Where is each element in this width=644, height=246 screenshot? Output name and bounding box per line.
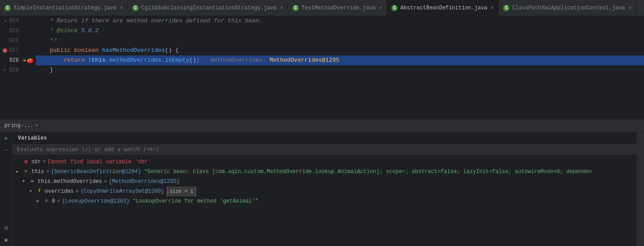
expand-arrow-overrides[interactable]: ▼	[30, 187, 36, 196]
line-gutter: ▶ 924 925 926 927 928 ▶ 929	[0, 16, 22, 119]
tab-icon-classpathxml: C	[503, 5, 509, 11]
copy-button[interactable]: ⧉	[2, 224, 11, 233]
size-badge-overrides: size = 1	[167, 187, 196, 196]
var-eq-overrides: =	[76, 187, 79, 196]
var-type-overrides: {CopyOnWriteArraySet@1300}	[80, 187, 164, 196]
tab-icon-simple: C	[4, 5, 11, 11]
code-line-924: * Return if there are method overrides d…	[36, 16, 644, 26]
var-eq-zero: =	[57, 196, 60, 206]
tab-close-simple[interactable]: ×	[120, 5, 123, 11]
tab-icon-abstractbean: C	[391, 5, 398, 11]
remove-watch-button[interactable]: −	[2, 146, 11, 155]
var-value-sbr: Cannot find local variable 'sbr'	[48, 157, 151, 167]
var-name-overrides: overrides	[45, 187, 74, 196]
var-name-zero: 0	[52, 196, 55, 206]
tab-label-classpathxml: ClassPathXmlApplicationContext.java	[512, 5, 625, 11]
tab-simple[interactable]: C SimpleInstantiationStrategy.java ×	[0, 0, 128, 16]
tab-cglib[interactable]: C CglibSubclassingInstantiationStrategy.…	[128, 0, 288, 16]
tab-bar: C SimpleInstantiationStrategy.java × C C…	[0, 0, 644, 16]
tab-abstractbean[interactable]: C AbstractBeanDefinition.java ×	[387, 0, 499, 16]
var-row-sbr[interactable]: ⊘ sbr = Cannot find local variable 'sbr'	[13, 157, 637, 167]
right-scrollbar[interactable]	[637, 132, 644, 246]
tab-close-abstractbean[interactable]: ×	[491, 5, 494, 11]
list-icon-this: ≡	[22, 169, 30, 175]
var-type-method-overrides: {MethodOverrides@1295}	[109, 177, 179, 187]
tab-label-abstractbean: AbstractBeanDefinition.java	[400, 5, 487, 11]
list-icon-zero: ≡	[43, 198, 50, 204]
var-value-zero: "LookupOverride for method 'getAnimal'"	[130, 196, 258, 206]
var-type-this: {GenericBeanDefinition@1294}	[51, 167, 141, 177]
tab-label-simple: SimpleInstantiationStrategy.java	[13, 5, 116, 11]
var-name-method-overrides: this.methodOverrides	[38, 177, 102, 187]
debug-tab-label: pring-...	[4, 123, 34, 129]
var-eq-this: =	[46, 167, 49, 177]
tab-icon-testmethod: C	[292, 5, 299, 11]
line-num-925: 925	[9, 26, 19, 36]
var-value-this: "Generic bean: class [com.aqin.custom.Me…	[141, 167, 592, 177]
debug-tab-close[interactable]: ×	[35, 123, 38, 128]
field-icon-overrides: f	[36, 188, 43, 195]
code-line-928: return !this.methodOverrides.isEmpty(); …	[36, 55, 644, 65]
line-num-926: 926	[9, 36, 19, 46]
left-toolbar: + − ⧉ ◉	[0, 132, 13, 246]
var-type-zero: {LookupOverride@1303}	[62, 196, 129, 206]
line-num-924: ▶ 924	[9, 16, 19, 26]
eye-button[interactable]: ◉	[2, 235, 11, 244]
expand-arrow-method-overrides[interactable]: ▼	[22, 177, 29, 187]
variables-header: Variables	[13, 132, 637, 144]
var-name-this: this	[31, 167, 44, 177]
debug-separator: pring-... ×	[0, 119, 644, 132]
line-num-927: 927	[9, 46, 19, 55]
evaluate-input[interactable]	[13, 144, 637, 155]
add-watch-button[interactable]: +	[2, 134, 11, 143]
debug-bottom: + − ⧉ ◉ Variables ⊘ sbr = Cannot find lo…	[0, 132, 644, 246]
error-icon-sbr: ⊘	[22, 159, 30, 165]
tab-close-classpathxml[interactable]: ×	[628, 5, 631, 11]
tab-label-cglib: CglibSubclassingInstantiationStrategy.ja…	[141, 5, 276, 11]
infinity-icon-method-overrides: ∞	[29, 178, 36, 185]
code-line-929: }	[36, 65, 644, 75]
var-row-this[interactable]: ▶ ≡ this = {GenericBeanDefinition@1294} …	[13, 167, 637, 177]
expand-arrow-this[interactable]: ▶	[16, 167, 22, 177]
tab-classpathxml[interactable]: C ClassPathXmlApplicationContext.java ×	[499, 0, 636, 16]
var-row-method-overrides[interactable]: ▼ ∞ this.methodOverrides = {MethodOverri…	[13, 177, 637, 187]
var-row-zero[interactable]: ▶ ≡ 0 = {LookupOverride@1303} "LookupOve…	[13, 196, 637, 206]
code-line-925: * @since 5.0.2	[36, 26, 644, 36]
markers-col: ➜ 🍅	[22, 16, 31, 119]
tab-close-testmethod[interactable]: ×	[379, 5, 382, 11]
var-eq-method-overrides: =	[104, 177, 107, 187]
copy-icon: ⧉	[4, 225, 8, 231]
code-line-926: */	[36, 36, 644, 46]
eye-icon: ◉	[4, 237, 8, 243]
tab-testmethod[interactable]: C TestMethodOverride.java ×	[288, 0, 387, 16]
tab-icon-cglib: C	[132, 5, 139, 11]
debug-session-tab[interactable]: pring-... ×	[4, 123, 38, 129]
minus-icon: −	[4, 147, 8, 154]
line-num-928: 928	[9, 55, 19, 65]
line-num-929: ▶ 929	[9, 65, 19, 75]
var-row-overrides[interactable]: ▼ f overrides = {CopyOnWriteArraySet@130…	[13, 187, 637, 196]
variables-list: ⊘ sbr = Cannot find local variable 'sbr'…	[13, 155, 637, 246]
code-line-930	[36, 75, 644, 85]
var-name-sbr: sbr	[31, 157, 41, 167]
var-eq-sbr: =	[43, 157, 46, 167]
add-icon: +	[4, 135, 8, 142]
code-content: * Return if there are method overrides d…	[31, 16, 644, 119]
tab-close-cglib[interactable]: ×	[280, 5, 284, 11]
editor-area: ▶ 924 925 926 927 928 ▶ 929 ➜ 🍅	[0, 16, 644, 119]
expand-arrow-zero[interactable]: ▶	[37, 196, 43, 206]
code-line-927: public boolean hasMethodOverrides() {	[36, 46, 644, 55]
variables-panel: Variables ⊘ sbr = Cannot find local vari…	[13, 132, 637, 246]
tab-label-testmethod: TestMethodOverride.java	[301, 5, 376, 11]
